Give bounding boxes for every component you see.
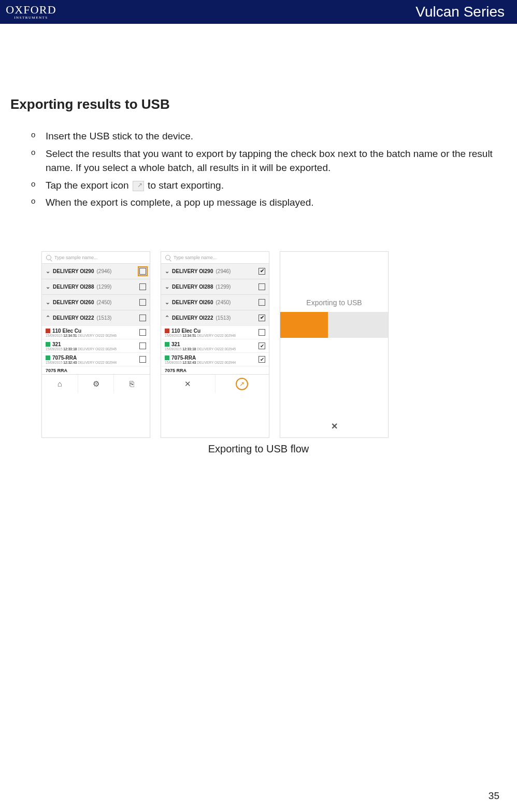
- export-icon: ↗: [236, 378, 248, 390]
- section-heading: Exporting results to USB: [10, 96, 507, 112]
- peek-row: 7075 RRA: [161, 366, 269, 373]
- progress-bar: [280, 312, 388, 338]
- batch-checkbox-checked[interactable]: [258, 315, 265, 321]
- export-icon: [133, 181, 144, 191]
- page-header: OXFORD INSTRUMENTS Vulcan Series: [0, 0, 517, 24]
- batch-row-0[interactable]: ⌄DELIVERY OI290 (2946): [161, 263, 269, 279]
- result-checkbox[interactable]: [139, 356, 146, 363]
- close-button[interactable]: ✕: [331, 421, 338, 431]
- batch-row-1[interactable]: ⌄DELIVERY OI288 (1299): [42, 279, 150, 294]
- step-3-pre: Tap the export icon: [46, 180, 129, 191]
- series-title: Vulcan Series: [415, 4, 505, 20]
- chevron-up-icon: ⌃: [46, 315, 50, 321]
- step-2: Select the results that you want to expo…: [31, 147, 507, 175]
- figure-row: Type sample name... ⌄DELIVERY OI290 (294…: [10, 251, 507, 438]
- screenshot-1: Type sample name... ⌄DELIVERY OI290 (294…: [41, 251, 150, 438]
- cancel-button[interactable]: ✕: [161, 375, 216, 393]
- batch-checkbox-highlighted[interactable]: [139, 268, 146, 275]
- progress-fill: [280, 312, 328, 338]
- batch-row-3[interactable]: ⌃DELIVERY OI222 (1513): [161, 310, 269, 325]
- result-row-0[interactable]: 110 Elec Cu15/09/2015 12:34:51 DELIVERY …: [161, 325, 269, 339]
- batch-checkbox[interactable]: [258, 299, 265, 306]
- result-checkbox[interactable]: [139, 343, 146, 349]
- batch-row-2[interactable]: ⌄DELIVERY OI260 (2450): [161, 294, 269, 310]
- exporting-label: Exporting to USB: [280, 298, 388, 307]
- result-row-2[interactable]: 7075-RRA15/09/2015 12:32:43 DELIVERY OI2…: [161, 352, 269, 366]
- page-number: 35: [489, 790, 499, 802]
- screenshot-3: Exporting to USB ✕: [280, 251, 389, 438]
- batch-checkbox[interactable]: [139, 299, 146, 306]
- result-checkbox-checked[interactable]: [258, 343, 265, 349]
- export-button-highlighted[interactable]: ↗: [216, 375, 269, 393]
- batch-row-2[interactable]: ⌄DELIVERY OI260 (2450): [42, 294, 150, 310]
- search-row[interactable]: Type sample name...: [161, 252, 269, 263]
- batch-row-1[interactable]: ⌄DELIVERY OI288 (1299): [161, 279, 269, 294]
- oxford-logo: OXFORD INSTRUMENTS: [0, 0, 62, 24]
- home-button[interactable]: ⌂: [42, 375, 78, 393]
- status-square-green: [46, 342, 50, 347]
- step-3: Tap the export icon to start exporting.: [31, 178, 507, 193]
- batch-row-3[interactable]: ⌃DELIVERY OI222 (1513): [42, 310, 150, 325]
- bottom-bar: ✕ ↗: [161, 374, 269, 393]
- settings-button[interactable]: ⚙: [78, 375, 114, 393]
- search-icon: [46, 255, 51, 260]
- instructions-list: Insert the USB stick to the device. Sele…: [10, 129, 507, 210]
- batch-row-0[interactable]: ⌄DELIVERY OI290 (2946): [42, 263, 150, 279]
- chevron-down-icon: ⌄: [46, 283, 50, 290]
- search-placeholder: Type sample name...: [174, 255, 217, 260]
- chevron-down-icon: ⌄: [46, 299, 50, 306]
- step-1: Insert the USB stick to the device.: [31, 129, 507, 144]
- result-row-1[interactable]: 32115/09/2015 12:33:18 DELIVERY OI222 00…: [42, 339, 150, 352]
- result-row-0[interactable]: 110 Elec Cu15/09/2015 12:34:51 DELIVERY …: [42, 325, 150, 339]
- chevron-down-icon: ⌄: [46, 268, 50, 275]
- result-checkbox[interactable]: [139, 329, 146, 336]
- screenshot-2: Type sample name... ⌄DELIVERY OI290 (294…: [161, 251, 269, 438]
- batch-checkbox[interactable]: [139, 315, 146, 321]
- search-icon: [165, 255, 170, 260]
- status-square-green: [46, 355, 50, 360]
- logo-sub-text: INSTRUMENTS: [14, 16, 48, 20]
- search-placeholder: Type sample name...: [54, 255, 98, 260]
- logo-main-text: OXFORD: [6, 4, 56, 16]
- step-3-post: to start exporting.: [148, 180, 224, 191]
- result-row-2[interactable]: 7075-RRA15/09/2015 12:32:43 DELIVERY OI2…: [42, 352, 150, 366]
- figure-caption: Exporting to USB flow: [10, 443, 507, 455]
- calendar-button[interactable]: ⎘: [114, 375, 150, 393]
- peek-row: 7075 RRA: [42, 366, 150, 373]
- batch-checkbox-checked[interactable]: [258, 268, 265, 275]
- batch-checkbox[interactable]: [139, 283, 146, 290]
- result-row-1[interactable]: 32115/09/2015 12:33:18 DELIVERY OI222 00…: [161, 339, 269, 352]
- batch-checkbox[interactable]: [258, 283, 265, 290]
- result-checkbox[interactable]: [258, 329, 265, 336]
- status-square-red: [46, 329, 50, 333]
- result-checkbox-checked[interactable]: [258, 356, 265, 363]
- search-row[interactable]: Type sample name...: [42, 252, 150, 263]
- page-content: Exporting results to USB Insert the USB …: [0, 24, 517, 455]
- bottom-bar: ⌂ ⚙ ⎘: [42, 374, 150, 393]
- step-4: When the export is complete, a pop up me…: [31, 195, 507, 210]
